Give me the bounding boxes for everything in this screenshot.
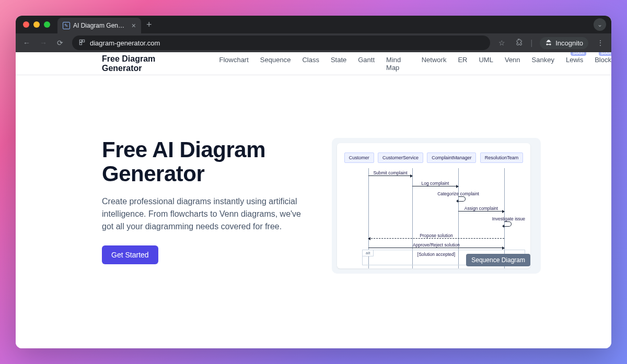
nav-item-class[interactable]: Class: [302, 56, 319, 72]
tab-title: AI Diagram Generator | Create: [73, 22, 125, 29]
incognito-label: Incognito: [555, 39, 583, 47]
site-navbar: Free Diagram Generator Flowchart Sequenc…: [16, 52, 611, 75]
new-tab-button[interactable]: +: [141, 19, 157, 30]
self-loop-icon: [458, 196, 466, 202]
hero-title: Free AI Diagram Generator: [102, 138, 311, 186]
window-controls: [23, 21, 50, 28]
nav-item-flowchart[interactable]: Flowchart: [219, 56, 248, 72]
hero-text: Free AI Diagram Generator Create profess…: [102, 138, 311, 274]
page-content: Free Diagram Generator Flowchart Sequenc…: [16, 52, 611, 348]
svg-rect-1: [83, 40, 85, 42]
hero-subtitle: Create professional diagrams instantly u…: [102, 195, 311, 233]
soon-badge: Soon: [571, 52, 587, 56]
extensions-icon[interactable]: [514, 38, 524, 48]
browser-window: ✎ AI Diagram Generator | Create × + ⌄ ← …: [16, 16, 611, 348]
nav-item-sequence[interactable]: Sequence: [260, 56, 291, 72]
seq-msg: Propose solution: [368, 233, 504, 239]
browser-tab-bar: ✎ AI Diagram Generator | Create × + ⌄: [16, 16, 611, 33]
sequence-diagram-preview: Customer CustomerService ComplaintManage…: [337, 143, 530, 268]
diagram-preview-card: Customer CustomerService ComplaintManage…: [332, 138, 541, 274]
actor-customer: Customer: [344, 152, 374, 163]
browser-toolbar: ← → ⟳ diagram-generator.com ☆ | Incognit…: [16, 33, 611, 52]
actor-customer-service: CustomerService: [378, 152, 423, 163]
browser-menu-icon[interactable]: ⋮: [596, 39, 605, 47]
tab-favicon-icon: ✎: [63, 22, 70, 29]
nav-item-er[interactable]: ER: [458, 56, 467, 72]
maximize-window-icon[interactable]: [44, 21, 50, 28]
seq-msg: Categorize complaint: [437, 191, 479, 196]
minimize-window-icon[interactable]: [33, 21, 40, 28]
actor-resolution-team: ResolutionTeam: [480, 152, 524, 163]
preview-caption: Sequence Diagram: [466, 254, 530, 266]
nav-item-uml[interactable]: UML: [479, 56, 493, 72]
get-started-button[interactable]: Get Started: [102, 245, 158, 264]
close-window-icon[interactable]: [23, 21, 29, 28]
brand[interactable]: Free Diagram Generator: [102, 54, 196, 73]
nav-item-lewis[interactable]: LewisSoon: [566, 56, 583, 72]
seq-msg: Approve/Reject solution: [368, 242, 504, 248]
nav-item-mindmap[interactable]: Mind Map: [386, 56, 410, 72]
tab-overflow-icon[interactable]: ⌄: [594, 18, 606, 31]
browser-tab[interactable]: ✎ AI Diagram Generator | Create ×: [57, 18, 141, 33]
bookmark-icon[interactable]: ☆: [497, 39, 507, 47]
nav-item-sankey[interactable]: Sankey: [532, 56, 554, 72]
self-loop-icon: [504, 221, 512, 227]
nav-links: Flowchart Sequence Class State Gantt Min…: [219, 56, 611, 72]
url-bar[interactable]: diagram-generator.com: [72, 36, 490, 50]
svg-rect-0: [79, 40, 82, 42]
seq-msg: Assign complaint: [458, 206, 504, 212]
site-settings-icon[interactable]: [78, 39, 86, 48]
nav-item-state[interactable]: State: [331, 56, 346, 72]
back-icon[interactable]: ←: [22, 39, 31, 47]
nav-item-venn[interactable]: Venn: [505, 56, 520, 72]
incognito-badge[interactable]: Incognito: [540, 37, 588, 49]
forward-icon[interactable]: →: [39, 39, 48, 47]
actor-complaint-manager: ComplaintManager: [427, 152, 476, 163]
seq-msg: Investigate issue: [485, 216, 525, 221]
svg-rect-2: [79, 42, 82, 44]
nav-item-network[interactable]: Network: [422, 56, 447, 72]
reload-icon[interactable]: ⟳: [55, 39, 65, 47]
incognito-icon: [545, 39, 552, 46]
url-text: diagram-generator.com: [90, 39, 160, 47]
seq-msg: Log complaint: [412, 181, 458, 186]
soon-badge: Soon: [599, 52, 612, 56]
close-tab-icon[interactable]: ×: [129, 21, 136, 30]
nav-item-block[interactable]: BlockSoon: [595, 56, 611, 72]
hero-section: Free AI Diagram Generator Create profess…: [16, 75, 611, 274]
nav-item-gantt[interactable]: Gantt: [358, 56, 375, 72]
seq-msg: Submit complaint: [368, 170, 412, 176]
